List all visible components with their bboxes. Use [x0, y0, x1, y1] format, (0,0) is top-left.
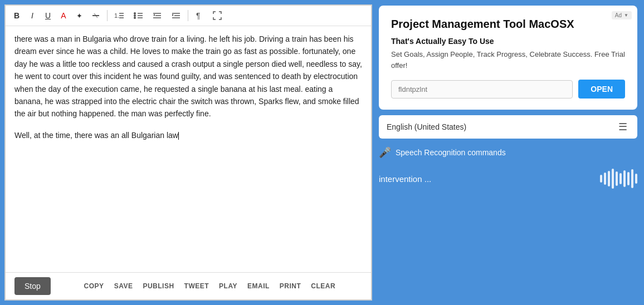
- footer-actions: COPY SAVE PUBLISH TWEET PLAY EMAIL PRINT…: [57, 280, 362, 292]
- ad-title: Project Management Tool MacOSX: [391, 17, 625, 31]
- wave-bar-3: [612, 169, 614, 189]
- paragraph-button[interactable]: ¶: [192, 9, 207, 22]
- svg-point-7: [134, 14, 136, 17]
- ad-subtitle: That's Actually Easy To Use: [391, 37, 625, 46]
- ad-badge: Ad: [612, 11, 632, 19]
- fullscreen-button[interactable]: [209, 9, 225, 22]
- wave-bar-0: [600, 175, 602, 183]
- highlight-button[interactable]: ✦: [72, 9, 86, 22]
- stop-button[interactable]: Stop: [14, 277, 51, 295]
- ordered-list-button[interactable]: 1.: [111, 9, 128, 22]
- speech-recognition-link[interactable]: 🎤 Speech Recognition commands: [379, 146, 506, 159]
- divider-2: [188, 10, 188, 21]
- right-panel: Ad Project Management Tool MacOSX That's…: [372, 0, 644, 305]
- email-button[interactable]: EMAIL: [246, 280, 271, 292]
- indent-decrease-button[interactable]: [149, 9, 165, 22]
- wave-bar-6: [623, 170, 626, 188]
- strikethrough-button[interactable]: [88, 9, 104, 22]
- clear-button[interactable]: CLEAR: [310, 280, 336, 292]
- font-color-button[interactable]: A: [57, 9, 70, 22]
- editor-paragraph-2: Well, at the time, there was an all Bulg…: [14, 129, 362, 141]
- wave-bar-5: [619, 173, 622, 184]
- indent-increase-button[interactable]: [168, 9, 184, 22]
- speech-recognition-section: 🎤 Speech Recognition commands: [379, 144, 637, 161]
- editor-footer: Stop COPY SAVE PUBLISH TWEET PLAY EMAIL …: [6, 272, 371, 299]
- tweet-button[interactable]: TWEET: [183, 280, 211, 292]
- svg-marker-15: [153, 14, 155, 16]
- wave-bar-2: [608, 171, 610, 187]
- transcription-text: intervention ...: [379, 174, 431, 184]
- speech-emoji-icon: 🎤: [379, 146, 391, 159]
- bold-button[interactable]: B: [10, 9, 23, 22]
- unordered-list-button[interactable]: [130, 9, 147, 22]
- ad-bottom: OPEN: [391, 80, 625, 99]
- text-cursor: [178, 132, 179, 140]
- divider-1: [107, 10, 108, 21]
- copy-button[interactable]: COPY: [83, 280, 105, 292]
- language-label: English (United States): [387, 122, 466, 131]
- wave-bar-8: [631, 169, 633, 188]
- svg-text:1.: 1.: [114, 12, 119, 19]
- ad-open-button[interactable]: OPEN: [578, 80, 625, 99]
- editor-content[interactable]: there was a man in Bulgaria who drove tr…: [6, 26, 371, 272]
- wave-bar-1: [604, 173, 606, 185]
- svg-point-8: [134, 17, 136, 19]
- editor-paragraph-1: there was a man in Bulgaria who drove tr…: [14, 33, 362, 120]
- italic-button[interactable]: I: [26, 9, 39, 22]
- svg-text:¶: ¶: [196, 11, 201, 20]
- speech-recognition-label: Speech Recognition commands: [396, 148, 506, 157]
- wave-bar-4: [616, 171, 618, 185]
- waveform: [600, 169, 637, 189]
- print-button[interactable]: PRINT: [279, 280, 303, 292]
- wave-bar-9: [635, 174, 637, 184]
- empty-editor-space: [14, 146, 362, 190]
- language-select-row: English (United States) ☰: [379, 115, 637, 139]
- svg-point-6: [134, 12, 136, 14]
- transcription-row: intervention ...: [379, 166, 637, 191]
- language-menu-button[interactable]: ☰: [616, 121, 630, 133]
- ad-description: Set Goals, Assign People, Track Progress…: [391, 49, 625, 71]
- play-button[interactable]: PLAY: [218, 280, 238, 292]
- editor-toolbar: B I U A ✦ 1. ¶: [6, 6, 371, 26]
- ad-card: Ad Project Management Tool MacOSX That's…: [379, 6, 637, 110]
- wave-bar-7: [627, 172, 630, 185]
- ad-url-input[interactable]: [391, 80, 573, 99]
- svg-marker-19: [172, 14, 174, 16]
- publish-button[interactable]: PUBLISH: [142, 280, 175, 292]
- underline-button[interactable]: U: [41, 9, 55, 22]
- editor-panel: B I U A ✦ 1. ¶ ther: [4, 4, 372, 301]
- save-button[interactable]: SAVE: [113, 280, 134, 292]
